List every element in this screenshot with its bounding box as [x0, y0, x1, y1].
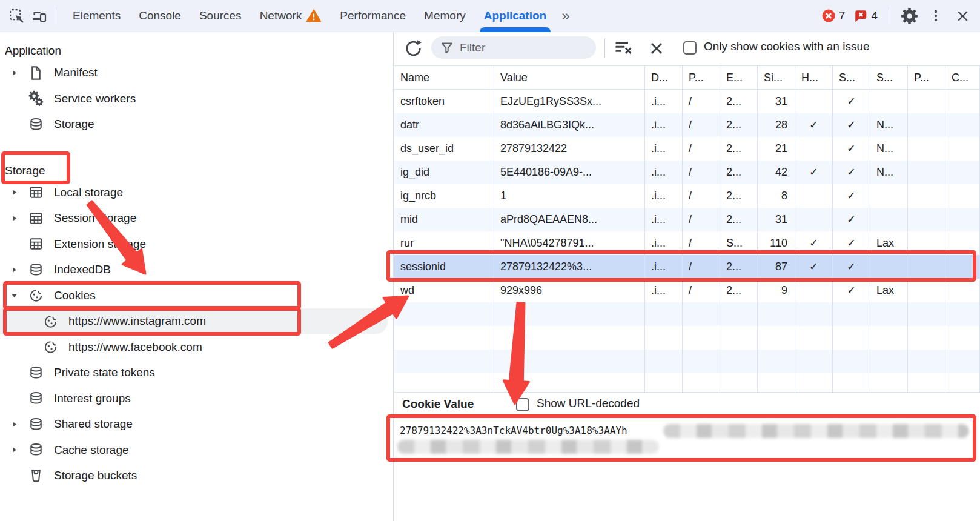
sidebar-item-private-state-tokens[interactable]: Private state tokens — [0, 360, 388, 386]
cookie-row-sessionid[interactable]: sessionid27879132422%3....i.../2...87✓✓ — [394, 255, 979, 279]
cookie-row-rur[interactable]: rur"NHA\054278791....i.../S...110✓✓Lax — [394, 231, 979, 255]
tree-expander-spacer — [10, 470, 28, 482]
cell-value: 27879132422 — [494, 137, 645, 161]
cell-partition-key — [908, 113, 945, 137]
cookie-filter-input[interactable]: Filter — [431, 36, 596, 59]
devtools-tabbar: ElementsConsoleSourcesNetworkPerformance… — [0, 0, 980, 32]
sidebar-item-storage-buckets[interactable]: Storage buckets — [0, 463, 388, 489]
sidebar-item-https-www-facebook-com[interactable]: https://www.facebook.com — [0, 334, 388, 360]
sidebar-item-local-storage[interactable]: Local storage — [0, 180, 388, 206]
settings-button[interactable] — [898, 4, 921, 28]
bucket-icon — [28, 468, 44, 484]
sidebar-item-indexeddb[interactable]: IndexedDB — [0, 257, 388, 283]
column-header[interactable]: Si... — [758, 66, 795, 89]
sidebar-item-extension-storage[interactable]: Extension storage — [0, 231, 388, 257]
sidebar-item-manifest[interactable]: Manifest — [0, 60, 388, 86]
tree-expander-closed-icon[interactable] — [10, 212, 28, 224]
sidebar-item-shared-storage[interactable]: Shared storage — [0, 411, 388, 437]
sidebar-item-cache-storage[interactable]: Cache storage — [0, 437, 388, 463]
cell-secure: ✓ — [833, 113, 870, 137]
sidebar-item-session-storage[interactable]: Session storage — [0, 205, 388, 231]
cookie-row-wd[interactable]: wd929x996.i.../2...9✓Lax — [394, 279, 979, 302]
tab-memory[interactable]: Memory — [415, 0, 475, 32]
error-badge[interactable]: 7 — [819, 8, 848, 23]
tree-expander-closed-icon[interactable] — [10, 444, 28, 456]
cell-path: / — [683, 161, 720, 184]
toolbar-divider — [604, 38, 605, 58]
sidebar-item-storage[interactable]: Storage — [0, 111, 388, 138]
sidebar-item-service-workers[interactable]: Service workers — [0, 86, 388, 112]
tree-expander-closed-icon[interactable] — [10, 418, 28, 430]
column-header[interactable]: P... — [683, 66, 720, 89]
cell-empty — [720, 350, 758, 373]
cell-expires: 2... — [720, 184, 758, 208]
cookie-icon — [42, 339, 59, 355]
cookie-row-ig_nrcb[interactable]: ig_nrcb1.i.../2...8✓ — [394, 184, 979, 208]
panel-tabs: ElementsConsoleSourcesNetworkPerformance… — [64, 0, 555, 32]
cell-domain: .i... — [645, 137, 683, 161]
tree-expander-closed-icon[interactable] — [10, 67, 28, 79]
clear-all-cookies-button[interactable] — [613, 38, 635, 59]
database-icon — [28, 116, 44, 133]
tab-sources[interactable]: Sources — [190, 0, 251, 32]
cell-name: ds_user_id — [394, 137, 494, 161]
close-devtools-button[interactable] — [951, 4, 974, 28]
cookie-value-preview[interactable]: 27879132422%3A3nTckAV4btr0Ug%3A18%3AAYh — [394, 418, 976, 460]
cell-http-only: ✓ — [795, 255, 833, 279]
error-count: 7 — [839, 9, 846, 22]
cell-domain: .i... — [645, 208, 683, 231]
cell-empty — [795, 302, 833, 326]
refresh-cookies-button[interactable] — [402, 36, 425, 59]
delete-selected-cookie-button[interactable] — [647, 39, 666, 58]
sidebar-item-label: Extension storage — [54, 237, 146, 251]
only-issue-cookies-label: Only show cookies with an issue — [704, 40, 870, 53]
column-header[interactable]: H... — [795, 66, 833, 89]
column-header[interactable]: S... — [870, 66, 908, 89]
cell-secure: ✓ — [833, 208, 870, 231]
column-header[interactable]: Value — [494, 66, 645, 89]
tab-performance[interactable]: Performance — [331, 0, 415, 32]
cell-empty — [833, 373, 870, 393]
tab-application[interactable]: Application — [475, 0, 555, 32]
cookie-row-mid[interactable]: midaPrd8QAEAAEN8....i.../2...31✓ — [394, 208, 979, 231]
inspect-cursor-icon — [8, 8, 25, 24]
tree-expander-closed-icon[interactable] — [10, 264, 28, 276]
tree-expander-closed-icon[interactable] — [10, 187, 28, 199]
cookie-row-ig_did[interactable]: ig_did5E440186-09A9-....i.../2...42✓✓N..… — [394, 161, 979, 184]
column-header[interactable]: Name — [394, 66, 494, 89]
cell-empty — [908, 302, 945, 326]
show-url-decoded-checkbox[interactable] — [516, 398, 529, 411]
cell-empty — [720, 326, 758, 350]
sidebar-item-https-www-instagram-com[interactable]: https://www.instagram.com — [0, 308, 388, 334]
issue-badge[interactable]: 4 — [851, 8, 880, 23]
cell-secure: ✓ — [833, 90, 870, 113]
tab-elements[interactable]: Elements — [64, 0, 130, 32]
cookie-row-datr[interactable]: datr8d36aAiLBG3IQk....i.../2...28✓✓N... — [394, 113, 979, 137]
tab-console[interactable]: Console — [130, 0, 190, 32]
database-icon — [28, 262, 44, 278]
cell-empty — [795, 326, 833, 350]
cookie-row-ds_user_id[interactable]: ds_user_id27879132422.i.../2...21✓N... — [394, 137, 979, 161]
inspect-element-button[interactable] — [5, 4, 28, 28]
column-header[interactable]: E... — [720, 66, 758, 89]
toggle-device-toolbar-button[interactable] — [28, 4, 51, 28]
cell-empty — [870, 302, 908, 326]
column-header[interactable]: D... — [645, 66, 683, 89]
more-tabs-button[interactable]: » — [555, 7, 574, 24]
tab-network[interactable]: Network — [251, 0, 331, 32]
column-header[interactable]: P... — [908, 66, 945, 89]
sidebar-item-interest-groups[interactable]: Interest groups — [0, 386, 388, 412]
cell-name: rur — [394, 231, 494, 255]
cell-secure: ✓ — [833, 184, 870, 208]
tree-expander-open-icon[interactable] — [10, 290, 28, 302]
sidebar-item-label: Session storage — [54, 211, 136, 225]
column-header[interactable]: C... — [945, 66, 980, 89]
column-header[interactable]: S... — [833, 66, 870, 89]
cell-same-site — [870, 255, 908, 279]
only-issue-cookies-checkbox[interactable] — [683, 41, 697, 55]
devtools-menu-button[interactable] — [924, 4, 947, 28]
cookie-row-csrftoken[interactable]: csrftokenEJzUEg1RySS3Sx....i.../2...31✓ — [394, 90, 979, 113]
cell-partition-key — [908, 279, 945, 302]
cell-empty — [645, 350, 683, 373]
sidebar-item-cookies[interactable]: Cookies — [0, 283, 388, 309]
